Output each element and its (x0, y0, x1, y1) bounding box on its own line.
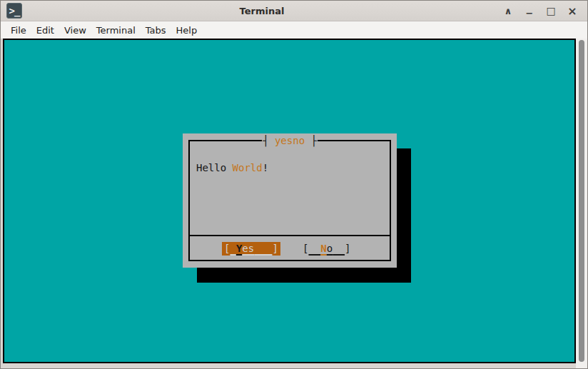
title-tee-right: ├ (305, 135, 317, 146)
title-tee-left: ┤ (263, 135, 275, 146)
minimize-button[interactable]: − (523, 4, 536, 17)
dialog-message: Hello World! (196, 162, 268, 174)
scrollbar-thumb[interactable] (579, 40, 584, 362)
dialog-title-text: yesno (275, 135, 305, 146)
yes-button[interactable]: [ Yes ] (222, 242, 280, 256)
menu-bar: File Edit View Terminal Tabs Help (1, 21, 587, 39)
menu-view[interactable]: View (64, 24, 87, 37)
message-highlight: World (233, 162, 263, 173)
menu-terminal[interactable]: Terminal (96, 24, 136, 37)
no-button[interactable]: [ No ] (303, 242, 350, 256)
message-punctuation: ! (263, 162, 268, 173)
window-content: ┤ yesno ├ Hello World! [ Yes ] [ No ] (1, 39, 587, 368)
terminal-screen[interactable]: ┤ yesno ├ Hello World! [ Yes ] [ No ] (3, 39, 576, 363)
no-hotkey: N (320, 243, 326, 254)
no-pad-right (333, 243, 345, 254)
yes-label-rest: es (242, 243, 254, 254)
scrollbar[interactable] (576, 39, 587, 368)
dialog-title: ┤ yesno ├ (262, 134, 318, 147)
menu-edit[interactable]: Edit (36, 24, 55, 37)
maximize-button[interactable]: □ (544, 4, 557, 17)
no-pad-left (308, 243, 320, 254)
no-bracket-close: ] (345, 243, 350, 254)
title-bar: >_ Terminal ∧ − □ × (1, 1, 587, 21)
yes-bracket-close: ] (272, 243, 278, 254)
yes-pad-left (230, 243, 235, 254)
dialog-border (188, 140, 391, 261)
dialog-separator (188, 235, 391, 236)
minimize-icon: − (526, 8, 534, 19)
menu-tabs[interactable]: Tabs (145, 24, 167, 37)
no-label-rest: o (327, 243, 333, 254)
yes-pad-right (254, 243, 272, 254)
close-button[interactable]: × (566, 4, 579, 17)
menu-file[interactable]: File (10, 24, 27, 37)
shade-button[interactable]: ∧ (502, 4, 514, 17)
terminal-window: >_ Terminal ∧ − □ × File Edit View Termi… (0, 0, 588, 369)
window-controls: ∧ − □ × (502, 4, 582, 17)
yesno-dialog: ┤ yesno ├ Hello World! [ Yes ] [ No ] (183, 133, 397, 268)
terminal-icon: >_ (6, 3, 22, 19)
window-title: Terminal (22, 6, 502, 16)
message-text: Hello (196, 162, 233, 173)
menu-help[interactable]: Help (176, 24, 198, 37)
